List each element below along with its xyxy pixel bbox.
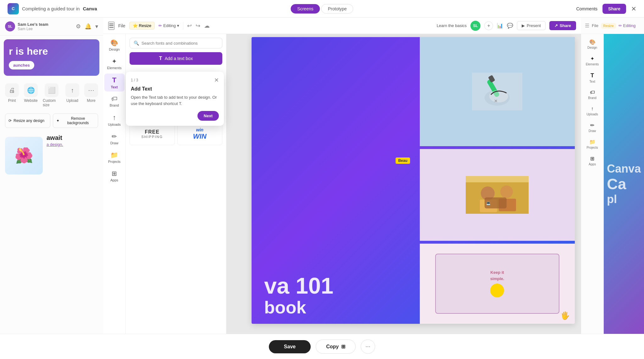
add-text-tooltip: 1 / 3 ✕ Add Text Open the Text tab to ad… — [126, 72, 224, 126]
right-ghost-panel: ☰ File Resize ✏ Editing 🎨 Design ✦ Eleme… — [581, 18, 644, 359]
tool-print[interactable]: 🖨 Print — [5, 83, 19, 107]
ghost-team: SL Sam Lee's team Sam Lee — [5, 21, 48, 31]
undo-button[interactable]: ↩ — [187, 22, 192, 29]
editor-toolbar: ☰ File ⭐ Resize ✏ Editing ▾ ↩ ↪ ☁ Learn … — [103, 18, 581, 34]
right-ghost-sidebar: 🎨 Design ✦ Elements T Text 🏷 Brand ↑ — [581, 34, 604, 334]
right-ghost-canvas: Canva Ca pl — [604, 34, 644, 334]
tooltip-header: 1 / 3 ✕ — [131, 77, 219, 84]
right-sidebar-draw[interactable]: ✏ Draw — [583, 120, 602, 135]
ghost-header: SL Sam Lee's team Sam Lee ⚙ 🔔 ▾ — [0, 18, 103, 36]
share-editor-button[interactable]: ↗ Share — [549, 21, 576, 30]
tool-upload[interactable]: ↑ Upload — [65, 83, 79, 107]
save-cloud-icon[interactable]: ☁ — [204, 22, 210, 29]
sidebar-item-elements[interactable]: ✦ Elements — [104, 55, 125, 72]
add-collaborator-button[interactable]: + — [484, 21, 493, 30]
right-sidebar-design[interactable]: 🎨 Design — [583, 36, 602, 52]
slide-image-top: ✕ — [420, 37, 575, 146]
svg-point-9 — [500, 185, 513, 198]
brand-icon: 🏷 — [111, 95, 118, 102]
redo-button[interactable]: ↪ — [196, 22, 200, 29]
slide-background: ✕ 💻 — [252, 37, 575, 324]
tooltip-next-button[interactable]: Next — [197, 111, 219, 121]
right-sidebar-elements[interactable]: ✦ Elements — [583, 53, 602, 69]
tab-screens[interactable]: Screens — [291, 4, 320, 14]
editing-pencil-icon: ✏ — [158, 23, 162, 28]
ghost-banner: r is here aunches — [4, 39, 99, 76]
sidebar-item-uploads[interactable]: ↑ Uploads — [104, 111, 125, 129]
comments-button[interactable]: Comments — [576, 6, 597, 11]
ghost-tools: 🖨 Print 🌐 Website ⬜ Custom size ↑ Upload… — [0, 80, 103, 111]
font-combo-win-win[interactable]: win WIN — [177, 123, 223, 145]
uploads-icon: ↑ — [113, 113, 116, 122]
slide-image-bottom: Keep it simple. 🖐 — [420, 244, 575, 324]
sidebar-item-text[interactable]: T Text — [104, 74, 125, 91]
beau-label: Beau — [396, 157, 410, 164]
right-sidebar-apps[interactable]: ⊞ Apps — [583, 153, 602, 168]
add-text-box-button[interactable]: T Add a text box — [130, 52, 222, 65]
tooltip-close-button[interactable]: ✕ — [214, 77, 219, 84]
top-bar-right: Comments Share ✕ — [576, 4, 636, 14]
chevron-down-icon[interactable]: ▾ — [95, 23, 98, 30]
tool-custom-size[interactable]: ⬜ Custom size — [43, 83, 60, 107]
bottom-more-button[interactable]: ⋯ — [361, 340, 375, 354]
svg-point-4 — [489, 90, 508, 102]
sidebar-item-projects[interactable]: 📁 Projects — [104, 149, 125, 166]
tab-prototype[interactable]: Prototype — [321, 4, 353, 14]
right-sidebar-uploads[interactable]: ↑ Uploads — [583, 103, 602, 119]
top-bar: C Completing a guided tour in Canva Scre… — [0, 0, 644, 18]
right-canvas-text: Canva Ca pl — [604, 160, 643, 208]
settings-icon[interactable]: ⚙ — [76, 23, 81, 30]
tool-website[interactable]: 🌐 Website — [24, 83, 38, 107]
resize-star-icon: ⭐ — [133, 23, 138, 28]
share-button[interactable]: Share — [602, 4, 626, 14]
top-bar-tabs: Screens Prototype — [291, 4, 353, 14]
search-input[interactable] — [142, 41, 218, 46]
right-brand-icon: 🏷 — [590, 90, 595, 95]
tool-more[interactable]: ⋯ More — [84, 83, 98, 107]
star-icon: ✦ — [56, 119, 59, 123]
comment-icon[interactable]: 💬 — [507, 23, 513, 29]
resize-button[interactable]: ⭐ Resize — [129, 22, 155, 30]
copy-grid-icon: ⊞ — [341, 344, 345, 350]
notification-icon[interactable]: 🔔 — [85, 23, 92, 30]
right-sidebar-text[interactable]: T Text — [583, 70, 602, 86]
people-photo: 💻 — [466, 176, 529, 214]
right-draw-icon: ✏ — [590, 122, 594, 128]
present-button[interactable]: ▶ Present — [517, 21, 546, 30]
ghost-avatar: SL — [5, 21, 15, 31]
resize-any-design-btn[interactable]: ⟳ Resize any design — [5, 113, 50, 128]
sidebar-item-draw[interactable]: ✏ Draw — [104, 130, 125, 147]
ghost-banner-btn[interactable]: aunches — [9, 61, 34, 69]
remove-backgrounds-btn[interactable]: ✦ Remove backgrounds — [53, 113, 98, 128]
menu-icon[interactable]: ☰ — [108, 22, 114, 30]
sidebar-item-brand[interactable]: 🏷 Brand — [104, 93, 125, 110]
tooltip-title: Add Text — [131, 86, 219, 92]
await-link[interactable]: a design. — [47, 142, 63, 147]
right-sidebar-brand[interactable]: 🏷 Brand — [583, 87, 602, 102]
chart-icon[interactable]: 📊 — [497, 23, 503, 29]
tooltip-step: 1 / 3 — [131, 78, 138, 82]
bottom-copy-button[interactable]: Copy ⊞ — [316, 340, 356, 354]
file-button[interactable]: File — [118, 23, 125, 28]
bottom-save-button[interactable]: Save — [269, 340, 311, 353]
upload-icon: ↑ — [65, 83, 79, 97]
await-title: await — [47, 134, 63, 141]
canvas-slide[interactable]: ✕ 💻 — [252, 37, 575, 324]
canvas-area: ☰ File ⭐ Resize ✏ Editing ▾ ↩ ↪ ☁ Learn … — [103, 18, 581, 359]
editing-button[interactable]: ✏ Editing ▾ — [158, 23, 179, 28]
slide-text-book: book — [264, 297, 306, 318]
search-box[interactable]: 🔍 — [130, 38, 222, 48]
sidebar-item-apps[interactable]: ⊞ Apps — [104, 167, 125, 185]
ghost-banner-headline: r is here — [9, 46, 94, 57]
close-button[interactable]: ✕ — [631, 5, 636, 13]
right-uploads-icon: ↑ — [591, 106, 594, 112]
right-menu-icon: ☰ — [585, 23, 589, 29]
font-combo-free-shipping[interactable]: FREE SHIPPING — [130, 123, 175, 145]
right-design-icon: 🎨 — [589, 39, 596, 45]
sidebar-item-design[interactable]: 🎨 Design — [104, 36, 125, 54]
right-elements-icon: ✦ — [590, 56, 594, 62]
right-sidebar-projects[interactable]: 📁 Projects — [583, 136, 602, 152]
bottom-action-bar: Save Copy ⊞ ⋯ — [0, 334, 644, 359]
search-icon: 🔍 — [134, 41, 139, 46]
learn-basics-button[interactable]: Learn the basics — [437, 23, 467, 28]
